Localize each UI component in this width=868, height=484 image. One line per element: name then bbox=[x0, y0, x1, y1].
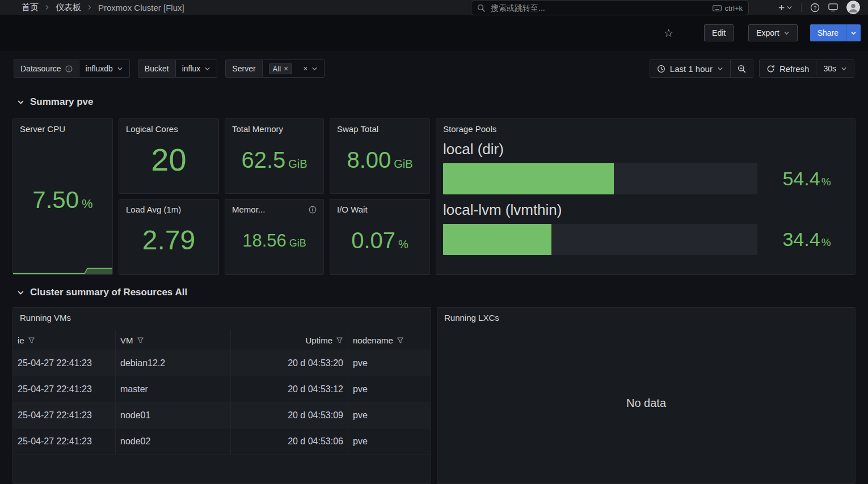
close-icon[interactable]: × bbox=[284, 65, 288, 73]
chevron-down-icon bbox=[204, 66, 210, 72]
export-button[interactable]: Export bbox=[748, 24, 797, 41]
chevron-down-icon bbox=[311, 66, 318, 72]
chevron-right-icon bbox=[87, 5, 92, 10]
filter-icon[interactable] bbox=[397, 337, 404, 344]
stat-value: 0.07% bbox=[330, 214, 429, 274]
panel-title[interactable]: Running LXCs bbox=[437, 308, 855, 322]
variable-bucket: Bucket influx bbox=[138, 60, 218, 78]
clear-icon[interactable]: × bbox=[303, 65, 307, 73]
gauge-fill bbox=[443, 224, 551, 255]
stat-value: 8.00GiB bbox=[330, 134, 429, 193]
time-range-button[interactable]: Last 1 hour bbox=[650, 60, 731, 78]
column-header-nodename[interactable]: nodename bbox=[348, 330, 431, 350]
section-summary-pve[interactable]: Summary pve bbox=[17, 95, 856, 109]
panel-title[interactable]: Running VMs bbox=[13, 308, 431, 322]
search-bar[interactable]: ctrl+k bbox=[471, 1, 749, 15]
divider bbox=[801, 3, 802, 12]
cluster-panels: Running VMs ie VM Uptime bbox=[12, 307, 856, 484]
gauge-local: local (dir) 54.4% bbox=[436, 134, 855, 194]
panel-title[interactable]: Storage Pools bbox=[436, 119, 855, 134]
gauge-track bbox=[443, 163, 757, 194]
time-range-label: Last 1 hour bbox=[670, 64, 713, 74]
panel-title[interactable]: Load Avg (1m) bbox=[119, 199, 218, 214]
edit-button[interactable]: Edit bbox=[704, 24, 734, 41]
chevron-down-icon bbox=[17, 99, 24, 106]
breadcrumb-current: Proxmox Cluster [Flux] bbox=[98, 3, 184, 12]
panel-load-avg: Load Avg (1m) 2.79 bbox=[119, 199, 219, 275]
refresh-button[interactable]: Refresh bbox=[759, 60, 817, 78]
column-header-uptime[interactable]: Uptime bbox=[231, 330, 348, 350]
help-button[interactable]: ? bbox=[810, 3, 820, 12]
cpu-sparkline bbox=[13, 264, 112, 274]
top-navigation-bar: 首页 仪表板 Proxmox Cluster [Flux] ctrl+k + bbox=[0, 0, 868, 15]
server-label: Server bbox=[225, 60, 262, 78]
panel-server-cpu: Server CPU 7.50% bbox=[12, 118, 113, 275]
table-row: 25-04-27 22:41:23 master 20 d 04:53:12 p… bbox=[13, 376, 431, 402]
panel-running-vms: Running VMs ie VM Uptime bbox=[12, 307, 431, 484]
gauge-value: 54.4% bbox=[765, 168, 848, 190]
refresh-group: Refresh 30s bbox=[759, 60, 854, 78]
table-row: 25-04-27 22:41:23 node01 20 d 04:53:09 p… bbox=[13, 402, 431, 428]
panel-io-wait: I/O Wait 0.07% bbox=[330, 199, 430, 275]
zoom-out-button[interactable] bbox=[731, 60, 753, 78]
stat-value: 18.56GiB bbox=[225, 214, 323, 274]
interval-label: 30s bbox=[823, 64, 836, 73]
panel-title[interactable]: Memor... bbox=[225, 199, 323, 214]
panel-logical-cores: Logical Cores 20 bbox=[119, 118, 219, 194]
dashboard-controls: Datasource influxdb Bucket influx bbox=[14, 60, 854, 78]
cell-vm: node01 bbox=[116, 402, 231, 428]
chevron-down-icon bbox=[841, 66, 847, 72]
chevron-down-icon bbox=[117, 66, 123, 72]
filter-icon[interactable] bbox=[336, 337, 343, 344]
cell-uptime: 20 d 04:53:12 bbox=[231, 376, 348, 402]
zoom-out-icon bbox=[738, 65, 746, 73]
bucket-label: Bucket bbox=[138, 60, 176, 78]
gauge-value: 34.4% bbox=[765, 228, 848, 251]
info-icon[interactable] bbox=[309, 206, 317, 214]
search-shortcut-hint: ctrl+k bbox=[713, 4, 743, 12]
refresh-interval-button[interactable]: 30s bbox=[816, 60, 854, 78]
panel-title[interactable]: Total Memory bbox=[225, 119, 323, 134]
panel-title[interactable]: Logical Cores bbox=[119, 119, 218, 134]
new-button[interactable]: + bbox=[778, 2, 793, 13]
breadcrumb-dashboards[interactable]: 仪表板 bbox=[56, 2, 81, 13]
server-chip-all[interactable]: All × bbox=[269, 63, 293, 74]
avatar[interactable] bbox=[846, 1, 860, 14]
star-icon[interactable]: ☆ bbox=[660, 27, 677, 39]
cell-time: 25-04-27 22:41:23 bbox=[13, 350, 116, 376]
search-input[interactable] bbox=[490, 3, 708, 13]
cell-nodename: pve bbox=[348, 402, 431, 428]
summary-panels: Server CPU 7.50% Logical Cores 20 Total … bbox=[12, 118, 856, 275]
info-icon[interactable] bbox=[65, 65, 73, 73]
stat-value: 7.50% bbox=[13, 134, 112, 274]
refresh-label: Refresh bbox=[779, 64, 810, 74]
datasource-select[interactable]: influxdb bbox=[79, 60, 130, 78]
filter-icon[interactable] bbox=[28, 337, 35, 344]
section-cluster-summary[interactable]: Cluster summary of Resources All bbox=[17, 285, 856, 300]
variable-server: Server All × × bbox=[225, 60, 325, 78]
server-select[interactable]: All × × bbox=[263, 60, 325, 78]
share-button[interactable]: Share bbox=[810, 24, 846, 41]
panel-title[interactable]: Swap Total bbox=[330, 119, 429, 134]
bucket-select[interactable]: influx bbox=[176, 60, 218, 78]
cell-uptime: 20 d 04:53:09 bbox=[231, 402, 348, 428]
cell-time: 25-04-27 22:41:23 bbox=[13, 428, 116, 454]
filter-icon[interactable] bbox=[137, 337, 144, 344]
breadcrumb-home[interactable]: 首页 bbox=[22, 2, 39, 13]
table-row: 25-04-27 22:41:23 debian12.2 20 d 04:53:… bbox=[13, 350, 431, 376]
cell-uptime: 20 d 04:53:20 bbox=[231, 350, 348, 376]
table-row: 25-04-27 22:41:23 node02 20 d 04:53:06 p… bbox=[13, 428, 431, 455]
section-title: Cluster summary of Resources All bbox=[30, 287, 187, 298]
template-variables: Datasource influxdb Bucket influx bbox=[14, 60, 325, 78]
column-header-vm[interactable]: VM bbox=[116, 330, 231, 350]
gauge-fill bbox=[443, 163, 614, 194]
chevron-down-icon bbox=[786, 5, 793, 11]
kiosk-mode-button[interactable] bbox=[828, 3, 838, 12]
column-header-time[interactable]: ie bbox=[13, 330, 116, 350]
cell-vm: node02 bbox=[116, 428, 231, 454]
panel-title[interactable]: I/O Wait bbox=[330, 199, 429, 214]
dashboard-toolbar: ☆ Edit Export Share bbox=[0, 15, 868, 51]
share-menu-button[interactable] bbox=[846, 24, 861, 41]
panel-title[interactable]: Server CPU bbox=[13, 119, 112, 134]
panel-swap-total: Swap Total 8.00GiB bbox=[330, 118, 430, 194]
